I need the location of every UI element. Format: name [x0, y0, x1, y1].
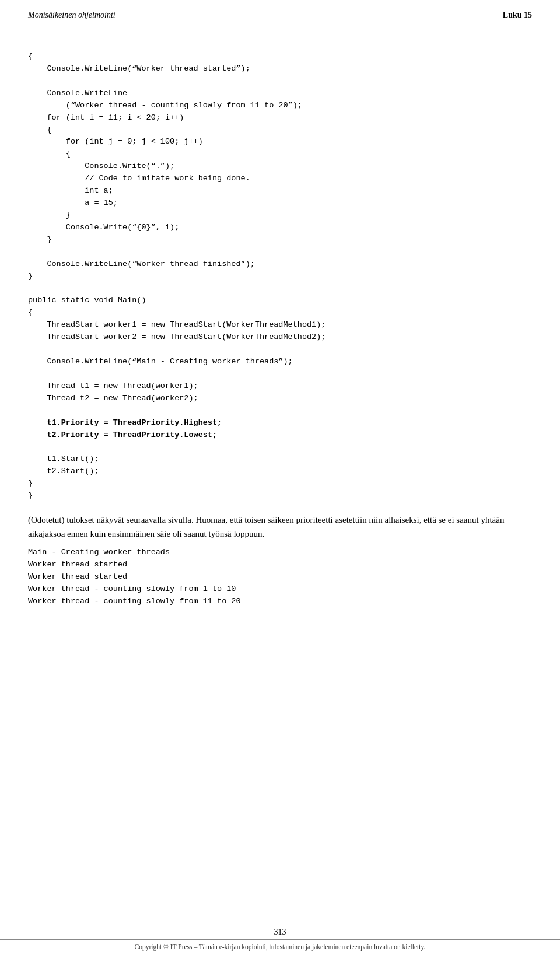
footer-copyright: Copyright © IT Press – Tämän e-kirjan ko… [0, 939, 560, 950]
page-footer: 313 Copyright © IT Press – Tämän e-kirja… [0, 928, 560, 950]
page-header: Monisäikeinen ohjelmointi Luku 15 [0, 0, 560, 26]
prose-paragraph: (Odotetut) tulokset näkyvät seuraavalla … [28, 513, 532, 541]
page-content: { Console.WriteLine(“Worker thread start… [0, 26, 560, 649]
page-number: 313 [274, 928, 286, 937]
code-block: { Console.WriteLine(“Worker thread start… [28, 51, 532, 502]
header-chapter: Luku 15 [503, 11, 532, 20]
header-title: Monisäikeinen ohjelmointi [28, 11, 116, 20]
output-block: Main - Creating worker threads Worker th… [28, 547, 532, 608]
